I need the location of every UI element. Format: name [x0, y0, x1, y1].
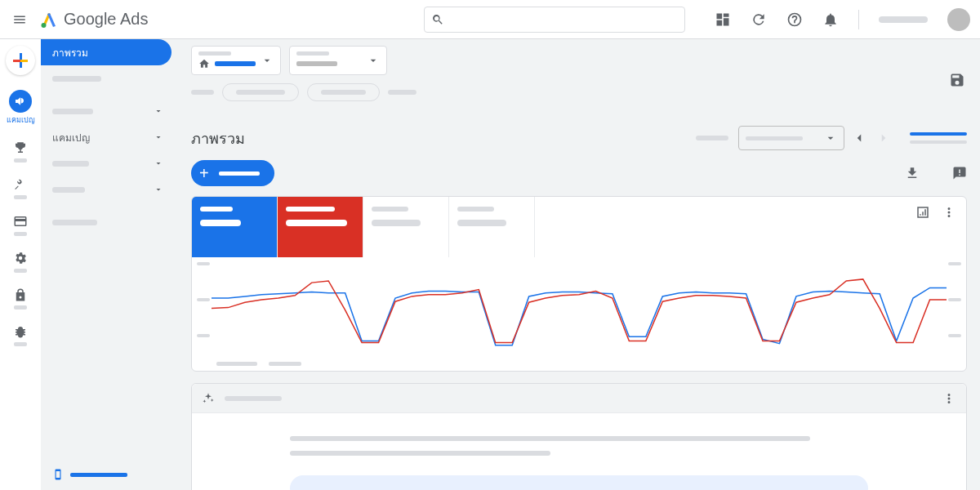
sidebar-item[interactable]	[41, 98, 172, 124]
metric-tiles	[192, 197, 966, 257]
save-icon	[949, 72, 965, 88]
chevron-down-icon	[154, 185, 163, 194]
help-icon[interactable]	[786, 11, 803, 28]
card-icon	[13, 214, 28, 229]
insight-body	[192, 413, 966, 490]
search-icon	[431, 13, 444, 26]
chevron-right-icon	[876, 131, 891, 145]
chevron-down-icon	[367, 54, 380, 67]
sparkle-icon	[202, 392, 215, 405]
chevron-down-icon	[261, 54, 274, 67]
insight-title-skeleton	[225, 396, 282, 401]
sidebar-item[interactable]	[41, 209, 172, 235]
lock-icon	[13, 287, 28, 302]
rail-billing[interactable]	[13, 214, 28, 236]
chevron-down-icon	[154, 158, 163, 168]
metric-tile-4[interactable]	[449, 197, 535, 257]
more-icon[interactable]	[942, 205, 956, 220]
chart-legend	[216, 362, 301, 366]
chevron-down-icon	[154, 106, 163, 116]
trophy-icon	[13, 140, 28, 155]
notifications-icon[interactable]	[822, 11, 839, 28]
main-content: ภาพรวม +	[172, 39, 980, 490]
chevron-down-icon	[824, 131, 837, 145]
more-icon[interactable]	[942, 391, 956, 406]
bug-icon	[13, 324, 28, 339]
sidebar-device-link[interactable]	[52, 469, 127, 480]
campaign-selector[interactable]	[289, 46, 387, 75]
sidebar-item[interactable]	[41, 176, 172, 203]
save-view-button[interactable]	[949, 72, 965, 88]
rail-admin[interactable]	[13, 251, 28, 273]
phone-icon	[52, 469, 64, 480]
hamburger-icon	[12, 12, 27, 27]
chart-body	[192, 257, 966, 371]
feedback-button[interactable]	[952, 166, 967, 180]
search-input[interactable]	[451, 13, 678, 25]
filter-chip[interactable]	[307, 83, 380, 101]
brand-text: Google Ads	[64, 10, 148, 29]
avatar[interactable]	[947, 8, 970, 31]
account-label-skeleton	[879, 16, 928, 23]
download-icon	[905, 166, 920, 180]
page-header-row: ภาพรวม	[191, 126, 967, 150]
divider	[858, 10, 859, 29]
refresh-icon[interactable]	[751, 11, 767, 28]
date-prev-button[interactable]	[849, 128, 869, 148]
search-box[interactable]	[424, 7, 685, 33]
sidebar-campaigns-label: แคมเปญ	[52, 130, 90, 145]
rail-campaigns[interactable]: แคมเปญ	[7, 90, 35, 126]
chart-card-actions	[906, 197, 966, 257]
chevron-down-icon	[154, 132, 163, 142]
svg-point-0	[42, 23, 47, 28]
rail-tools[interactable]	[13, 177, 28, 199]
account-selector[interactable]	[191, 46, 281, 75]
left-rail: แคมเปญ	[0, 39, 41, 490]
feedback-icon	[952, 166, 967, 180]
breadcrumbs	[191, 83, 967, 101]
date-range-picker[interactable]	[738, 126, 844, 150]
metric-tile-3[interactable]	[363, 197, 449, 257]
rail-campaigns-label: แคมเปญ	[7, 114, 35, 126]
page-title: ภาพรวม	[191, 127, 245, 150]
insight-header	[192, 384, 966, 413]
reports-icon[interactable]	[715, 11, 731, 28]
scope-selectors	[191, 46, 967, 75]
plus-icon: +	[199, 164, 209, 183]
sidebar-item[interactable]	[41, 150, 172, 176]
brand-logo: Google Ads	[39, 10, 148, 29]
tools-icon	[13, 177, 28, 192]
action-row: +	[191, 160, 967, 186]
metrics-chart-card	[191, 196, 967, 372]
compare-toggle[interactable]	[910, 132, 967, 144]
home-icon	[198, 58, 210, 69]
insight-card	[191, 383, 967, 490]
chart-settings-icon[interactable]	[915, 205, 930, 220]
megaphone-icon	[14, 95, 27, 108]
trend-chart	[212, 264, 947, 350]
new-campaign-button[interactable]: +	[191, 160, 274, 186]
chevron-left-icon	[852, 131, 866, 145]
metric-tile-2[interactable]	[278, 197, 363, 257]
rail-goals[interactable]	[13, 140, 28, 163]
header-actions	[715, 8, 970, 31]
menu-button[interactable]	[10, 10, 29, 29]
ads-logo-icon	[39, 10, 59, 29]
insight-action-pill[interactable]	[290, 475, 868, 490]
gear-icon	[13, 251, 28, 265]
app-header: Google Ads	[0, 0, 980, 39]
metric-tile-1[interactable]	[192, 197, 278, 257]
download-button[interactable]	[905, 166, 920, 180]
create-fab[interactable]	[6, 46, 35, 75]
sidebar-overview[interactable]: ภาพรวม	[41, 39, 172, 65]
date-next-button[interactable]	[874, 128, 893, 148]
rail-security[interactable]	[13, 287, 28, 310]
sidebar-item[interactable]	[41, 65, 172, 91]
sidebar-overview-label: ภาพรวม	[52, 45, 88, 60]
sidebar: ภาพรวม แคมเปญ	[41, 39, 172, 490]
sidebar-campaigns[interactable]: แคมเปญ	[41, 124, 172, 150]
filter-chip[interactable]	[222, 83, 299, 101]
rail-bugs[interactable]	[13, 324, 28, 346]
